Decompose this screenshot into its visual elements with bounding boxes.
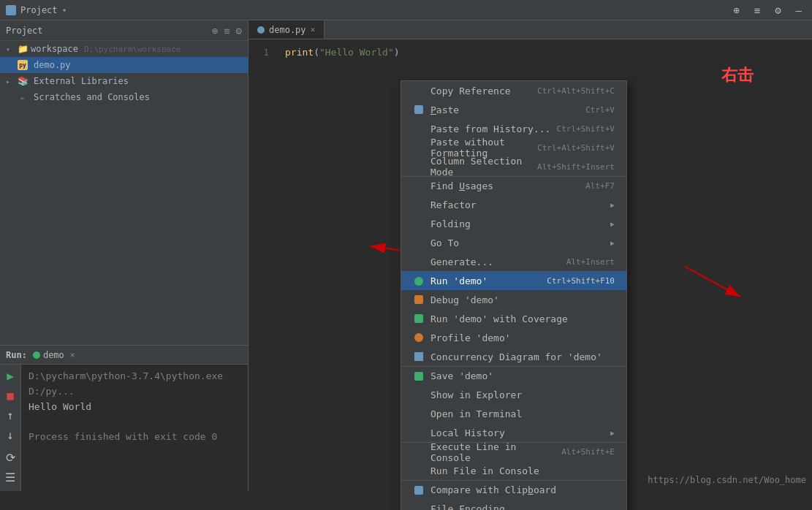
sidebar-action-gear[interactable]: ⚙: [236, 25, 242, 37]
menu-run-demo[interactable]: Run 'demo' Ctrl+Shift+F10: [401, 271, 626, 290]
compare-clipboard-icon: [413, 484, 425, 496]
menu-generate[interactable]: Generate... Alt+Insert: [401, 252, 626, 271]
run-controls: ▶ ■ ↑ ↓ ⟳ ☰ 🖨 🗑: [0, 365, 21, 491]
menu-debug-demo[interactable]: Debug 'demo': [401, 290, 626, 309]
run-cmd-line: D:\pycharm\python-3.7.4\python.exe D:/py…: [29, 369, 240, 400]
title-dropdown-icon[interactable]: ▾: [62, 5, 67, 15]
demo-run-indicator: [33, 351, 40, 359]
menu-paste[interactable]: Paste Ctrl+V: [401, 100, 626, 119]
chevron-external-libs: ▸: [6, 77, 15, 85]
menu-run-demo-shortcut: Ctrl+Shift+F10: [547, 276, 615, 286]
menu-paste-history[interactable]: Paste from History... Ctrl+Shift+V: [401, 119, 626, 138]
menu-local-history[interactable]: Local History ▶: [401, 423, 626, 442]
menu-show-explorer-label: Show in Explorer: [430, 389, 615, 400]
watermark: https://blog.csdn.net/Woo_home: [648, 475, 806, 485]
menu-column-selection-shortcut: Alt+Shift+Insert: [537, 162, 615, 172]
folding-arrow: ▶: [610, 220, 615, 228]
copy-ref-icon: [413, 85, 425, 96]
menu-open-terminal-label: Open in Terminal: [430, 408, 615, 419]
run-label: Run:: [6, 350, 27, 360]
code-line-1: print("Hello World"): [285, 45, 805, 61]
code-str-hello: "Hello World": [319, 47, 394, 58]
run-rerun-btn[interactable]: ⟳: [1, 449, 19, 466]
code-paren-close: ): [394, 47, 400, 58]
run-tab-close[interactable]: ✕: [70, 350, 75, 359]
tab-py-icon: [257, 26, 265, 34]
menu-concurrency[interactable]: Concurrency Diagram for 'demo': [401, 347, 626, 366]
run-print-btn[interactable]: 🖨: [1, 489, 19, 491]
settings-btn[interactable]: ⚙: [770, 3, 785, 18]
menu-paste-no-format[interactable]: Paste without Formatting Ctrl+Alt+Shift+…: [401, 138, 626, 157]
debug-demo-icon: [413, 294, 425, 305]
menu-find-usages[interactable]: Find Usages Alt+F7: [401, 176, 626, 195]
menu-folding[interactable]: Folding ▶: [401, 214, 626, 233]
context-menu: Copy Reference Ctrl+Alt+Shift+C Paste Ct…: [401, 80, 627, 510]
sidebar-tree: ▾ 📁 workspace D:\pycharm\workspace py de…: [0, 41, 248, 345]
menu-run-file-console-label: Run File in Console: [430, 465, 615, 476]
run-tab-demo[interactable]: demo ✕: [33, 350, 75, 360]
title-bar: Project ▾ ⊕ ≡ ⚙ —: [0, 0, 812, 20]
menu-run-coverage[interactable]: Run 'demo' with Coverage: [401, 309, 626, 328]
menu-find-usages-shortcut: Alt+F7: [585, 181, 615, 191]
menu-paste-label: Paste: [430, 104, 580, 115]
menu-open-terminal[interactable]: Open in Terminal: [401, 404, 626, 423]
menu-compare-clipboard[interactable]: Compare with Clipboard: [401, 480, 626, 499]
refactor-arrow: ▶: [610, 201, 615, 209]
tree-item-external-libs[interactable]: ▸ 📚 External Libraries: [0, 73, 248, 89]
run-panel: Run: demo ✕ ▶ ■ ↑ ↓ ⟳ ☰ 🖨 🗑: [0, 345, 248, 491]
menu-copy-reference[interactable]: Copy Reference Ctrl+Alt+Shift+C: [401, 81, 626, 100]
menu-concurrency-label: Concurrency Diagram for 'demo': [430, 351, 615, 362]
code-paren-open: (: [314, 47, 319, 58]
title-bar-actions: ⊕ ≡ ⚙ —: [729, 3, 806, 18]
sidebar-header: Project ⊕ ≡ ⚙: [0, 20, 248, 41]
menu-profile-demo-label: Profile 'demo': [430, 332, 615, 343]
menu-go-to[interactable]: Go To ▶: [401, 233, 626, 252]
title-bar-left: Project ▾: [6, 5, 67, 15]
local-history-icon: [413, 427, 425, 438]
layout-btn[interactable]: ≡: [750, 3, 764, 18]
tree-label-demo-py: demo.py: [34, 60, 71, 70]
menu-go-to-label: Go To: [430, 237, 604, 248]
menu-profile-demo[interactable]: Profile 'demo': [401, 328, 626, 347]
menu-copy-reference-label: Copy Reference: [430, 85, 531, 96]
profile-demo-icon: [413, 332, 425, 343]
tree-item-demo-py[interactable]: py demo.py: [0, 57, 248, 73]
find-usages-icon: [413, 180, 425, 192]
sidebar: Project ⊕ ≡ ⚙ ▾ 📁 workspace D:\pycharm\w…: [0, 20, 248, 491]
menu-save-demo[interactable]: Save 'demo': [401, 366, 626, 385]
code-fn-print: print: [285, 47, 314, 58]
tree-item-workspace[interactable]: ▾ 📁 workspace D:\pycharm\workspace: [0, 41, 248, 57]
menu-file-encoding-label: File Encoding: [430, 503, 615, 511]
minimize-btn[interactable]: —: [792, 3, 806, 18]
run-list-btn[interactable]: ☰: [1, 469, 19, 486]
paste-no-format-icon: [413, 142, 425, 153]
menu-compare-clipboard-label: Compare with Clipboard: [430, 484, 615, 495]
show-explorer-icon: [413, 389, 425, 400]
new-window-btn[interactable]: ⊕: [729, 3, 743, 18]
run-up-btn[interactable]: ↑: [1, 407, 19, 424]
refactor-icon: [413, 199, 425, 210]
menu-refactor[interactable]: Refactor ▶: [401, 195, 626, 214]
run-tab-demo-label: demo: [43, 350, 64, 360]
menu-local-history-label: Local History: [430, 427, 604, 438]
tree-item-scratches[interactable]: ▸ ✏ Scratches and Consoles: [0, 89, 248, 105]
sidebar-action-new[interactable]: ⊕: [212, 25, 218, 37]
run-play-btn[interactable]: ▶: [1, 368, 19, 384]
tree-path-workspace: D:\pycharm\workspace: [84, 45, 181, 54]
run-coverage-icon: [413, 313, 425, 324]
run-stop-btn[interactable]: ■: [1, 387, 19, 404]
menu-file-encoding[interactable]: File Encoding: [401, 499, 626, 510]
tab-demo-py[interactable]: demo.py ✕: [248, 20, 325, 39]
sidebar-action-layout[interactable]: ≡: [224, 25, 229, 37]
editor-tab-bar: demo.py ✕: [248, 20, 812, 39]
sidebar-title: Project: [6, 26, 43, 36]
tab-close-btn[interactable]: ✕: [311, 25, 316, 34]
menu-show-explorer[interactable]: Show in Explorer: [401, 385, 626, 404]
menu-run-file-console[interactable]: Run File in Console: [401, 461, 626, 480]
folder-icon-workspace: 📁: [18, 44, 28, 54]
menu-execute-line[interactable]: Execute Line in Console Alt+Shift+E: [401, 442, 626, 461]
menu-column-selection[interactable]: Column Selection Mode Alt+Shift+Insert: [401, 157, 626, 176]
run-down-btn[interactable]: ↓: [1, 427, 19, 444]
run-hello-world: Hello World: [29, 400, 240, 415]
run-output: D:\pycharm\python-3.7.4\python.exe D:/py…: [21, 365, 248, 491]
